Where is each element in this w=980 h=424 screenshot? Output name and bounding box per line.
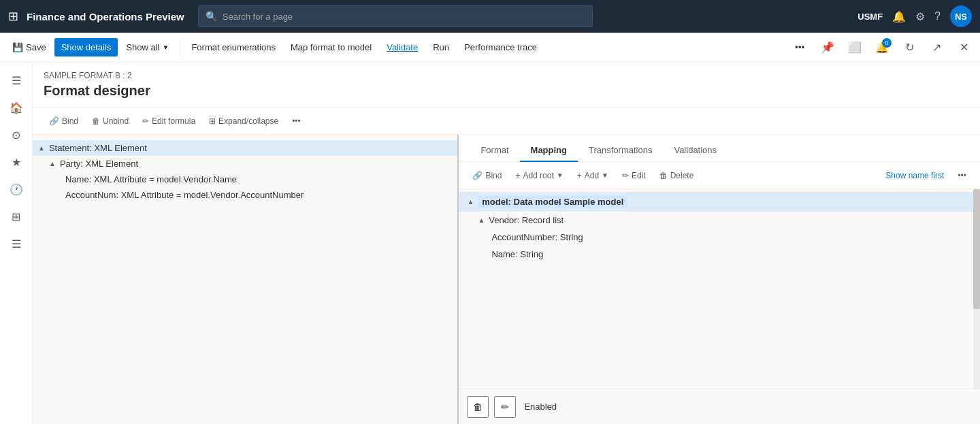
- mapping-label-model: model: Data model Sample model: [478, 195, 627, 208]
- bottom-delete-icon: 🗑: [473, 402, 483, 412]
- tree-item-label-party: Party: XML Element: [60, 159, 138, 169]
- expand-collapse-button[interactable]: ⊞ Expand/collapse: [203, 114, 284, 129]
- tree-item-label-name: Name: XML Attribute = model.Vendor.Name: [65, 174, 237, 184]
- app-grid-icon[interactable]: ⊞: [8, 9, 18, 24]
- notifications-button[interactable]: 🔔 0: [871, 37, 893, 59]
- page-header: SAMPLE FORMAT B : 2 Format designer: [33, 63, 980, 108]
- edit-button[interactable]: ✏ Edit: [617, 168, 651, 183]
- mapping-arrow-vendor[interactable]: ▲: [478, 216, 485, 224]
- sub-more-button[interactable]: •••: [287, 114, 306, 129]
- sidebar-table-button[interactable]: ⊞: [4, 204, 29, 229]
- page-title: Format designer: [44, 83, 969, 99]
- add-root-button[interactable]: + Add root ▼: [510, 168, 568, 183]
- tree-item-accountnum[interactable]: AccountNum: XML Attribute = model.Vendor…: [33, 187, 457, 203]
- sidebar-filter-button[interactable]: ⊙: [4, 123, 29, 147]
- avatar[interactable]: NS: [950, 5, 972, 27]
- close-button[interactable]: ✕: [953, 37, 975, 59]
- more-button[interactable]: •••: [788, 38, 811, 56]
- settings-icon[interactable]: ⚙: [915, 10, 925, 23]
- add-icon: +: [577, 171, 582, 180]
- edit-formula-button[interactable]: ✏ Edit formula: [137, 114, 201, 129]
- show-all-button[interactable]: Show all ▼: [119, 38, 176, 56]
- search-input[interactable]: [223, 12, 585, 22]
- open-external-button[interactable]: ↗: [926, 37, 947, 59]
- mapping-label-accountnumber: AccountNumber: String: [491, 232, 583, 242]
- mapping-bind-button[interactable]: 🔗 Bind: [467, 168, 507, 183]
- mapping-arrow-model[interactable]: ▲: [467, 198, 474, 206]
- expand-icon: ⊞: [209, 116, 216, 126]
- pinned-icon-button[interactable]: 📌: [817, 37, 838, 59]
- run-button[interactable]: Run: [426, 38, 456, 56]
- tree-item-label-statement: Statement: XML Element: [49, 143, 147, 153]
- command-bar: 💾 Save Show details Show all ▼ Format en…: [0, 33, 980, 63]
- search-bar: 🔍: [198, 5, 593, 27]
- scrollbar-track[interactable]: [973, 189, 980, 389]
- sidebar-menu-button[interactable]: ☰: [4, 68, 29, 93]
- save-icon: 💾: [12, 42, 23, 52]
- bottom-status: Enabled: [524, 402, 557, 412]
- breadcrumb: SAMPLE FORMAT B : 2: [44, 71, 969, 80]
- tree-arrow-party[interactable]: ▲: [49, 160, 56, 167]
- mapping-item-model[interactable]: ▲ model: Data model Sample model: [459, 192, 980, 212]
- tab-validations[interactable]: Validations: [663, 140, 728, 162]
- cmd-right: ••• 📌 ⬜ 🔔 0 ↻ ↗ ✕: [788, 37, 975, 59]
- tab-format[interactable]: Format: [470, 140, 519, 162]
- show-details-button[interactable]: Show details: [54, 38, 118, 56]
- tree-arrow-statement[interactable]: ▲: [38, 144, 45, 152]
- tree-item-name[interactable]: Name: XML Attribute = model.Vendor.Name: [33, 172, 457, 187]
- bottom-pane: 🗑 ✏ Enabled: [459, 389, 980, 424]
- format-enumerations-button[interactable]: Format enumerations: [184, 38, 282, 56]
- tree-item-party[interactable]: ▲ Party: XML Element: [33, 156, 457, 172]
- tab-transformations[interactable]: Transformations: [578, 140, 663, 162]
- edit-icon: ✏: [622, 171, 629, 180]
- mapping-more-icon: •••: [958, 171, 966, 180]
- bottom-edit-icon: ✏: [501, 402, 509, 412]
- separator-1: [180, 39, 180, 56]
- add-chevron: ▼: [602, 172, 608, 179]
- content-area: SAMPLE FORMAT B : 2 Format designer 🔗 Bi…: [33, 63, 980, 424]
- pencil-icon: ✏: [142, 116, 149, 126]
- delete-button[interactable]: 🗑 Delete: [654, 168, 700, 183]
- tree-item-statement[interactable]: ▲ Statement: XML Element: [33, 140, 457, 156]
- sub-more-icon: •••: [292, 116, 301, 126]
- validate-button[interactable]: Validate: [380, 38, 425, 56]
- add-root-chevron: ▼: [557, 172, 564, 179]
- bind-icon: 🔗: [49, 116, 59, 126]
- bottom-delete-button[interactable]: 🗑: [467, 396, 489, 418]
- unbind-button[interactable]: 🗑 Unbind: [86, 114, 134, 129]
- app-title: Finance and Operations Preview: [27, 11, 184, 22]
- notification-icon[interactable]: 🔔: [892, 10, 906, 23]
- top-nav: ⊞ Finance and Operations Preview 🔍 USMF …: [0, 0, 980, 33]
- sidebar-list-button[interactable]: ☰: [4, 231, 29, 256]
- help-icon[interactable]: ?: [934, 10, 941, 22]
- sidebar-recent-button[interactable]: 🕐: [4, 177, 29, 201]
- scrollbar-thumb[interactable]: [973, 189, 980, 309]
- delete-icon: 🗑: [659, 171, 668, 180]
- format-tree-pane: ▲ Statement: XML Element ▲ Party: XML El…: [33, 135, 459, 424]
- panel-icon-button[interactable]: ⬜: [844, 37, 866, 59]
- save-button[interactable]: 💾 Save: [5, 38, 53, 56]
- sidebar-favorites-button[interactable]: ★: [4, 150, 29, 174]
- map-format-to-model-button[interactable]: Map format to model: [284, 38, 378, 56]
- mapping-label-vendor: Vendor: Record list: [489, 215, 564, 225]
- mapping-more-button[interactable]: •••: [952, 168, 972, 183]
- show-name-first-button[interactable]: Show name first: [880, 168, 949, 183]
- unbind-icon: 🗑: [92, 116, 100, 126]
- more-icon: •••: [795, 42, 804, 52]
- mapping-pane: Format Mapping Transformations Validatio…: [459, 135, 980, 424]
- mapping-bind-icon: 🔗: [472, 171, 483, 180]
- bind-button[interactable]: 🔗 Bind: [44, 114, 84, 129]
- tab-mapping[interactable]: Mapping: [520, 140, 578, 162]
- sub-toolbar: 🔗 Bind 🗑 Unbind ✏ Edit formula ⊞ Expand/…: [33, 108, 980, 135]
- mapping-item-accountnumber[interactable]: AccountNumber: String: [459, 229, 980, 246]
- mapping-item-name[interactable]: Name: String: [459, 246, 980, 263]
- performance-trace-button[interactable]: Performance trace: [457, 38, 544, 56]
- add-button[interactable]: + Add ▼: [572, 168, 614, 183]
- sidebar-home-button[interactable]: 🏠: [4, 95, 29, 120]
- bottom-edit-button[interactable]: ✏: [494, 396, 516, 418]
- mapping-toolbar: 🔗 Bind + Add root ▼ + Add ▼ ✏: [459, 162, 980, 189]
- tree-item-label-accountnum: AccountNum: XML Attribute = model.Vendor…: [65, 190, 304, 200]
- mapping-item-vendor[interactable]: ▲ Vendor: Record list: [459, 212, 980, 229]
- add-root-icon: +: [515, 171, 520, 180]
- refresh-button[interactable]: ↻: [898, 37, 920, 59]
